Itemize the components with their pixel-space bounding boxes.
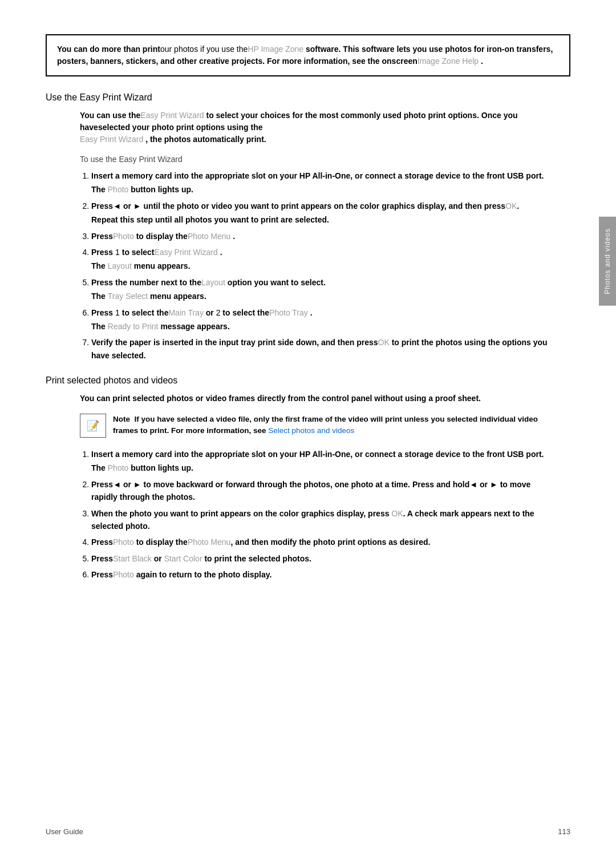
step-1-3: PressPhoto to display thePhoto Menu .	[91, 230, 548, 242]
intro-normal-1: our photos if you use the	[160, 45, 248, 54]
select-photos-link[interactable]: Select photos and videos	[268, 426, 354, 435]
intro-gray-2: Image Zone Help	[418, 56, 479, 66]
section2-content: You can print selected photos or video f…	[80, 393, 548, 581]
page: You can do more than printour photos if …	[0, 0, 616, 853]
step-2-2: Press◄ or ► to move backward or forward …	[91, 478, 548, 504]
step-1-4: Press 1 to selectEasy Print Wizard . The…	[91, 246, 548, 273]
step-1-6: Press 1 to select theMain Tray or 2 to s…	[91, 306, 548, 333]
intro-box: You can do more than printour photos if …	[46, 34, 570, 76]
step-2-6: PressPhoto again to return to the photo …	[91, 568, 548, 581]
note-icon: 📝	[80, 414, 106, 438]
step-1-7: Verify the paper is inserted in the inpu…	[91, 336, 548, 362]
section1-intro: You can use theEasy Print Wizard to sele…	[80, 110, 548, 145]
note-content: Note If you have selected a video file, …	[113, 414, 548, 437]
right-tab: Photos and videos	[599, 217, 616, 306]
section1-content: You can use theEasy Print Wizard to sele…	[80, 110, 548, 362]
section2-heading: Print selected photos and videos	[46, 375, 570, 386]
section2-steps: Insert a memory card into the appropriat…	[91, 448, 548, 581]
section1: Use the Easy Print Wizard You can use th…	[46, 92, 570, 362]
intro-gray-1: HP Image Zone	[248, 45, 303, 54]
step-2-1: Insert a memory card into the appropriat…	[91, 448, 548, 475]
section1-heading: Use the Easy Print Wizard	[46, 92, 570, 103]
footer-left: User Guide	[46, 827, 83, 836]
step-2-3: When the photo you want to print appears…	[91, 507, 548, 533]
step-2-5: PressStart Black or Start Color to print…	[91, 552, 548, 565]
step-1-2: Press◄ or ► until the photo or video you…	[91, 200, 548, 227]
footer: User Guide 113	[46, 827, 570, 836]
section1-subheading: To use the Easy Print Wizard	[80, 155, 548, 164]
step-1-5: Press the number next to theLayout optio…	[91, 276, 548, 303]
intro-bold-1: You can do more than print	[57, 45, 160, 54]
footer-right: 113	[558, 827, 570, 836]
note-box: 📝 Note If you have selected a video file…	[80, 414, 548, 438]
section1-steps: Insert a memory card into the appropriat…	[91, 169, 548, 362]
intro-bold-3: .	[481, 56, 483, 66]
section2-intro: You can print selected photos or video f…	[80, 393, 548, 405]
step-1-1: Insert a memory card into the appropriat…	[91, 169, 548, 196]
section2: Print selected photos and videos You can…	[46, 375, 570, 581]
step-2-4: PressPhoto to display thePhoto Menu, and…	[91, 536, 548, 548]
